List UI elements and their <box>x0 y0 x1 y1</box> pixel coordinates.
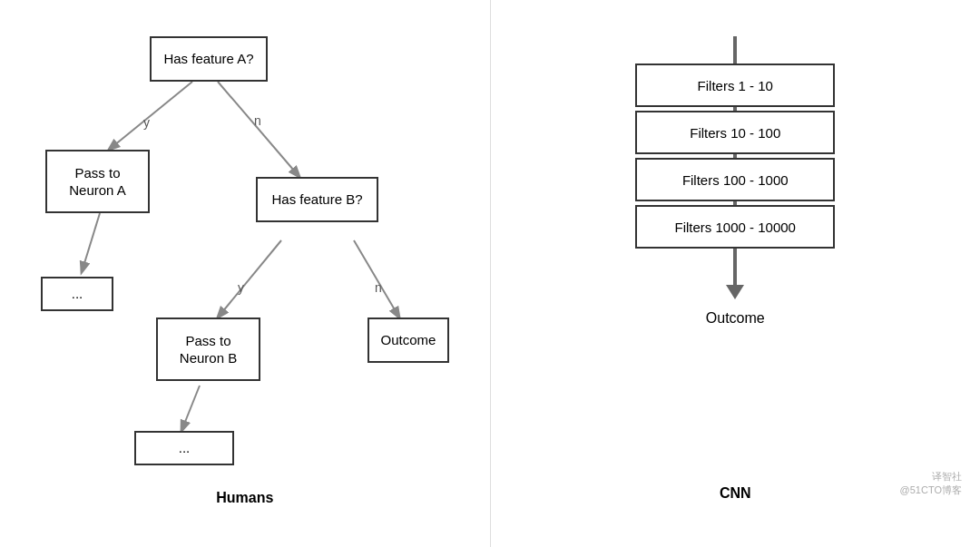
tree-connectors: y n y n <box>9 18 481 490</box>
cnn-panel: Filters 1 - 10 Filters 10 - 100 Filters … <box>491 0 981 547</box>
svg-line-2 <box>82 213 100 272</box>
has-feature-a-node: Has feature A? <box>150 36 268 82</box>
filter-box-1: Filters 1 - 10 <box>635 63 835 107</box>
svg-line-3 <box>218 240 281 317</box>
svg-line-0 <box>109 82 192 150</box>
svg-text:n: n <box>375 280 382 295</box>
filter-box-3: Filters 100 - 1000 <box>635 158 835 201</box>
watermark: 译智社 @51CTO博客 <box>900 470 962 497</box>
cnn-outcome-label: Outcome <box>706 310 765 327</box>
cnn-label: CNN <box>720 485 751 511</box>
svg-line-1 <box>218 82 299 177</box>
filter-box-2: Filters 10 - 100 <box>635 111 835 154</box>
ellipsis-a-node: ... <box>41 277 113 311</box>
cnn-bottom-arrow <box>726 249 744 299</box>
pass-neuron-a-node: Pass to Neuron A <box>45 150 150 213</box>
watermark-line1: 译智社 <box>900 470 962 484</box>
svg-text:y: y <box>238 280 244 295</box>
has-feature-b-node: Has feature B? <box>256 177 378 222</box>
ellipsis-b-node: ... <box>134 431 234 465</box>
cnn-arrow-shaft <box>733 249 737 285</box>
svg-text:n: n <box>254 113 261 128</box>
pass-neuron-b-node: Pass to Neuron B <box>156 317 260 381</box>
filter-box-4: Filters 1000 - 10000 <box>635 205 835 249</box>
svg-text:y: y <box>143 115 150 130</box>
svg-line-5 <box>181 386 200 431</box>
cnn-top-shaft <box>733 36 737 63</box>
watermark-line2: @51CTO博客 <box>900 484 962 497</box>
humans-panel: y n y n Has feature A? Pass to Neuron A … <box>0 0 491 547</box>
outcome-node-left: Outcome <box>368 317 449 363</box>
svg-line-4 <box>354 240 399 317</box>
cnn-diagram: Filters 1 - 10 Filters 10 - 100 Filters … <box>617 36 853 327</box>
cnn-arrow-head <box>726 285 744 299</box>
humans-label: Humans <box>216 490 273 515</box>
decision-tree: y n y n Has feature A? Pass to Neuron A … <box>9 18 481 490</box>
